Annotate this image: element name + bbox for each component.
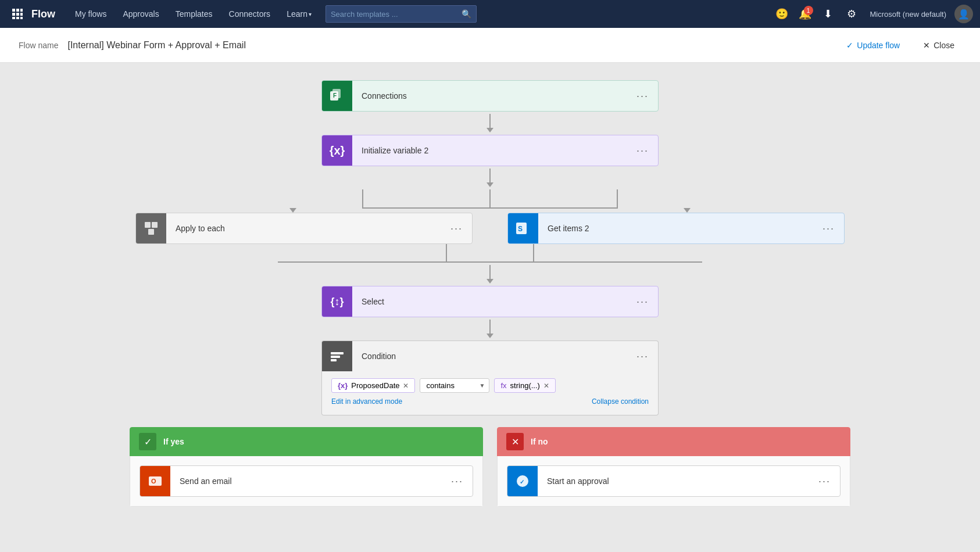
edit-advanced-link[interactable]: Edit in advanced mode (331, 397, 402, 406)
settings-button[interactable]: ⚙ (841, 3, 862, 24)
download-button[interactable]: ⬇ (818, 3, 839, 24)
connections-menu[interactable]: ··· (627, 90, 658, 102)
get-items-label: Get items 2 (538, 224, 813, 233)
flow-name-label: Flow name (19, 41, 58, 50)
if-no-icon: ✕ (506, 433, 524, 450)
chip2-close[interactable]: ✕ (543, 382, 549, 390)
svg-rect-5 (20, 13, 23, 16)
user-name[interactable]: Microsoft (new default) (864, 10, 953, 19)
condition-node: Condition ··· (321, 340, 659, 371)
init-var-menu[interactable]: ··· (627, 145, 658, 157)
svg-text:F: F (333, 92, 337, 99)
if-no-header: ✕ If no (497, 427, 850, 456)
svg-rect-12 (145, 222, 151, 228)
avatar[interactable]: 👤 (954, 5, 973, 23)
arrow-1 (487, 112, 493, 135)
if-no-branch: ✕ If no ✓ Start an approval ··· (497, 427, 850, 507)
condition-block: Condition ··· {x} ProposedDate ✕ contain… (321, 340, 659, 415)
checkmark-icon: ✓ (846, 41, 853, 50)
flow-canvas: F Connections ··· {x} Initialize variabl… (0, 63, 980, 552)
search-area: 🔍 (326, 5, 477, 23)
arrow-2 (487, 166, 493, 189)
init-var-label: Initialize variable 2 (352, 146, 627, 155)
nav-approvals[interactable]: Approvals (115, 0, 167, 28)
search-input[interactable] (331, 10, 459, 19)
if-yes-header: ✓ If yes (130, 427, 483, 456)
svg-rect-0 (12, 9, 15, 12)
arrow-4 (487, 317, 493, 340)
brand-name: Flow (31, 8, 55, 20)
select-menu[interactable]: ··· (627, 296, 658, 308)
subheader: Flow name [Internal] Webinar Form + Appr… (0, 28, 980, 63)
string-chip[interactable]: fx string(...) ✕ (494, 378, 555, 393)
nav-connectors[interactable]: Connectors (221, 0, 279, 28)
close-button[interactable]: ✕ Close (916, 37, 961, 53)
notifications-button[interactable]: 🔔 1 (795, 3, 816, 24)
if-yes-icon: ✓ (139, 433, 156, 450)
notification-badge: 1 (804, 6, 813, 15)
if-branches: ✓ If yes O Send an email ··· (130, 427, 850, 507)
svg-rect-18 (331, 356, 340, 358)
nav-my-flows[interactable]: My flows (67, 0, 115, 28)
app-grid-button[interactable] (7, 3, 28, 24)
proposed-date-chip[interactable]: {x} ProposedDate ✕ (331, 378, 415, 393)
svg-rect-3 (12, 13, 15, 16)
update-flow-button[interactable]: ✓ Update flow (839, 37, 907, 53)
start-approval-menu[interactable]: ··· (809, 475, 840, 488)
condition-row: {x} ProposedDate ✕ contains ▼ fx s (331, 378, 649, 393)
chip2-label: string(...) (510, 381, 540, 390)
connections-node: F Connections ··· (321, 80, 659, 112)
svg-text:O: O (151, 478, 156, 485)
svg-rect-6 (12, 17, 15, 19)
get-items-menu[interactable]: ··· (813, 223, 844, 235)
condition-label: Condition (352, 352, 627, 361)
apply-each-icon (136, 213, 166, 243)
condition-operator-select[interactable]: contains (420, 378, 489, 393)
condition-icon (322, 341, 352, 371)
start-approval-icon: ✓ (507, 466, 538, 496)
chip2-icon: fx (500, 381, 506, 390)
send-email-node: O Send an email ··· (140, 465, 473, 497)
condition-operator-wrap: contains ▼ (420, 378, 489, 393)
nav-templates[interactable]: Templates (167, 0, 221, 28)
search-icon[interactable]: 🔍 (462, 9, 471, 19)
flow-title: [Internal] Webinar Form + Approval + Ema… (67, 40, 830, 51)
if-yes-body: O Send an email ··· (130, 456, 483, 507)
chip1-close[interactable]: ✕ (403, 382, 409, 390)
connections-label: Connections (352, 91, 627, 101)
branch-left: Apply to each ··· (135, 213, 473, 244)
chip1-icon: {x} (338, 381, 348, 390)
if-no-body: ✓ Start an approval ··· (497, 456, 850, 507)
select-node: {↕} Select ··· (321, 286, 659, 317)
start-approval-node: ✓ Start an approval ··· (507, 465, 840, 497)
svg-rect-8 (20, 17, 23, 19)
emoji-button[interactable]: 🙂 (771, 3, 792, 24)
condition-menu[interactable]: ··· (627, 350, 658, 363)
init-var-node: {x} Initialize variable 2 ··· (321, 135, 659, 166)
parallel-section: Apply to each ··· S Get items 2 ··· (130, 189, 850, 263)
nav-right-icons: 🙂 🔔 1 ⬇ ⚙ Microsoft (new default) 👤 (771, 3, 974, 24)
send-email-menu[interactable]: ··· (442, 475, 473, 488)
if-yes-branch: ✓ If yes O Send an email ··· (130, 427, 483, 507)
collapse-condition-link[interactable]: Collapse condition (592, 397, 649, 406)
svg-rect-13 (152, 222, 158, 228)
parallel-branches: Apply to each ··· S Get items 2 ··· (135, 213, 845, 244)
svg-rect-14 (148, 229, 154, 235)
nav-learn[interactable]: Learn ▾ (278, 0, 320, 28)
condition-links: Edit in advanced mode Collapse condition (331, 393, 649, 408)
send-email-icon: O (140, 466, 170, 496)
close-icon: ✕ (923, 41, 930, 50)
svg-rect-2 (20, 9, 23, 12)
branch-right: S Get items 2 ··· (507, 213, 845, 244)
learn-chevron-icon: ▾ (309, 11, 312, 17)
init-var-icon: {x} (322, 135, 352, 166)
flow-nodes-container: F Connections ··· {x} Initialize variabl… (17, 80, 963, 507)
start-approval-label: Start an approval (538, 476, 809, 486)
apply-each-menu[interactable]: ··· (441, 223, 472, 235)
apply-each-label: Apply to each (166, 224, 441, 233)
select-icon: {↕} (322, 286, 352, 317)
svg-rect-19 (331, 359, 337, 361)
svg-rect-17 (331, 352, 344, 354)
chip1-label: ProposedDate (351, 381, 399, 390)
if-no-label: If no (531, 437, 548, 446)
